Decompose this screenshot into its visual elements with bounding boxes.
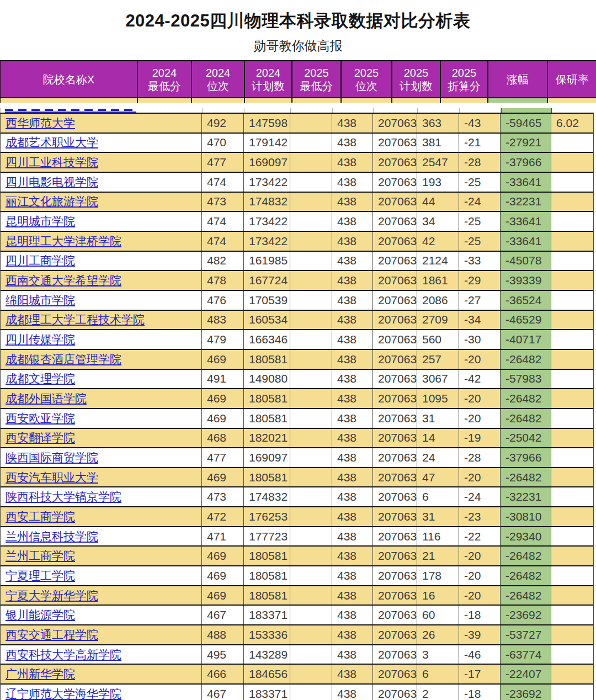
table-row: 西安科技大学高新学院 495 143289 438 207063 3 -46 -… [1,645,593,665]
plan2024-cell [290,193,332,211]
conv2025-cell: -18 [459,685,501,700]
plan2024-cell [290,448,332,467]
conv2025-cell: -25 [459,232,501,251]
school-cell: 西安欧亚学院 [1,409,202,428]
school-link[interactable]: 西安交通工程学院 [6,627,98,643]
school-link[interactable]: 广州新华学院 [6,666,75,682]
school-link[interactable]: 西南交通大学希望学院 [6,273,121,288]
plan2024-cell [290,153,332,172]
school-link[interactable]: 西安工商学院 [6,509,75,524]
school-link[interactable]: 四川工商学院 [6,253,75,268]
baoyan-cell [551,389,594,408]
page-title: 2024-2025四川物理本科录取数据对比分析表 [0,9,596,33]
school-link[interactable]: 四川传媒学院 [6,332,75,347]
plan2024-cell [290,114,332,132]
school-link[interactable]: 西安汽车职业大学 [6,470,98,485]
school-cell: 西南交通大学希望学院 [1,271,202,290]
school-link[interactable]: 丽江文化旅游学院 [6,194,98,209]
school-link[interactable]: 成都外国语学院 [6,391,87,406]
school-link[interactable]: 成都银杏酒店管理学院 [6,352,121,367]
change-cell: -53727 [501,625,551,644]
plan2024-cell [290,134,332,152]
school-cell: 西安翻译学院 [1,429,202,448]
min2025-cell: 438 [332,429,373,448]
min2024-cell: 474 [202,173,244,192]
school-link[interactable]: 昆明理工大学津桥学院 [6,234,121,249]
plan2024-cell [290,625,332,644]
table-row: 四川传媒学院 479 166346 438 207063 560 -30 -40… [1,330,593,350]
clipped-school-link[interactable] [5,109,136,113]
rank2025-cell: 207063 [373,311,417,330]
school-link[interactable]: 四川电影电视学院 [6,174,98,190]
conv2025-cell: -42 [459,370,501,389]
min2024-cell: 469 [202,468,244,487]
table-row: 陕西国际商贸学院 477 169097 438 207063 24 -28 -3… [1,448,593,468]
conv2025-cell: -22 [459,527,501,546]
school-link[interactable]: 西华师范大学 [6,115,75,131]
rank2025-cell: 207063 [373,271,417,290]
school-link[interactable]: 西安科技大学高新学院 [6,647,121,662]
conv2025-cell: -20 [459,547,501,565]
header-2025-conv: 2025折算分 [441,61,488,97]
school-link[interactable]: 绵阳城市学院 [6,293,75,308]
rank2024-cell: 180581 [244,566,290,585]
school-cell: 四川电影电视学院 [1,173,202,192]
min2025-cell: 438 [332,645,373,664]
plan2024-cell [290,429,332,448]
school-link[interactable]: 成都艺术职业大学 [6,135,98,150]
school-link[interactable]: 陕西科技大学镐京学院 [6,489,121,505]
school-cell: 成都文理学院 [1,370,202,389]
table-row: 四川电影电视学院 474 173422 438 207063 193 -25 -… [1,173,593,193]
school-link[interactable]: 成都文理学院 [6,371,75,386]
plan2025-cell: 1861 [417,271,459,290]
school-cell: 成都外国语学院 [1,389,202,408]
school-link[interactable]: 四川工业科技学院 [6,155,98,170]
rank2024-cell: 180581 [244,586,290,605]
school-link[interactable]: 银川能源学院 [6,607,75,623]
min2025-cell: 438 [332,153,373,172]
rank2024-cell: 184656 [244,665,290,683]
header-2025-plan: 2025计划数 [392,61,441,97]
school-link[interactable]: 辽宁师范大学海华学院 [6,686,121,700]
baoyan-cell [551,429,594,448]
rank2024-cell: 153336 [244,625,290,644]
header-change: 涨幅 [488,61,548,97]
school-link[interactable]: 宁夏大学新华学院 [6,588,98,603]
plan2025-cell: 60 [417,606,459,624]
school-link[interactable]: 西安翻译学院 [6,430,75,446]
rank2025-cell: 207063 [373,232,417,251]
plan2025-cell: 3 [417,645,459,664]
table-row: 辽宁师范大学海华学院 467 183371 438 207063 2 -18 -… [1,685,593,700]
school-link[interactable]: 西安欧亚学院 [6,411,75,426]
baoyan-cell [551,606,594,624]
rank2024-cell: 169097 [244,153,290,172]
change-cell: -46529 [501,311,551,330]
rank2024-cell: 169097 [244,448,290,467]
school-link[interactable]: 兰州信息科技学院 [6,529,98,544]
school-link[interactable]: 昆明城市学院 [6,214,75,229]
table-row: 成都艺术职业大学 470 179142 438 207063 381 -21 -… [1,134,593,153]
table-row: 西安翻译学院 468 182021 438 207063 14 -19 -250… [1,429,593,449]
school-link[interactable]: 宁夏理工学院 [6,568,75,584]
school-link[interactable]: 兰州工商学院 [6,548,75,564]
plan2025-cell: 193 [417,173,459,192]
plan2024-cell [290,507,332,526]
table-row: 银川能源学院 467 183371 438 207063 60 -18 -236… [1,606,593,625]
min2025-cell: 438 [332,370,373,389]
plan2025-cell: 560 [417,330,459,349]
school-cell: 宁夏大学新华学院 [1,586,202,605]
school-link[interactable]: 成都理工大学工程技术学院 [6,312,145,327]
conv2025-cell: -24 [459,193,501,211]
min2025-cell: 438 [332,448,373,467]
baoyan-cell [551,153,594,172]
clipped-change-cell [501,108,552,113]
min2025-cell: 438 [332,468,373,487]
min2024-cell: 495 [202,645,244,664]
baoyan-cell [551,586,594,605]
school-link[interactable]: 陕西国际商贸学院 [6,450,98,465]
rank2025-cell: 207063 [373,665,417,683]
rank2025-cell: 207063 [373,330,417,349]
min2025-cell: 438 [332,409,373,428]
rank2024-cell: 147598 [244,114,290,132]
baoyan-cell [551,311,594,330]
